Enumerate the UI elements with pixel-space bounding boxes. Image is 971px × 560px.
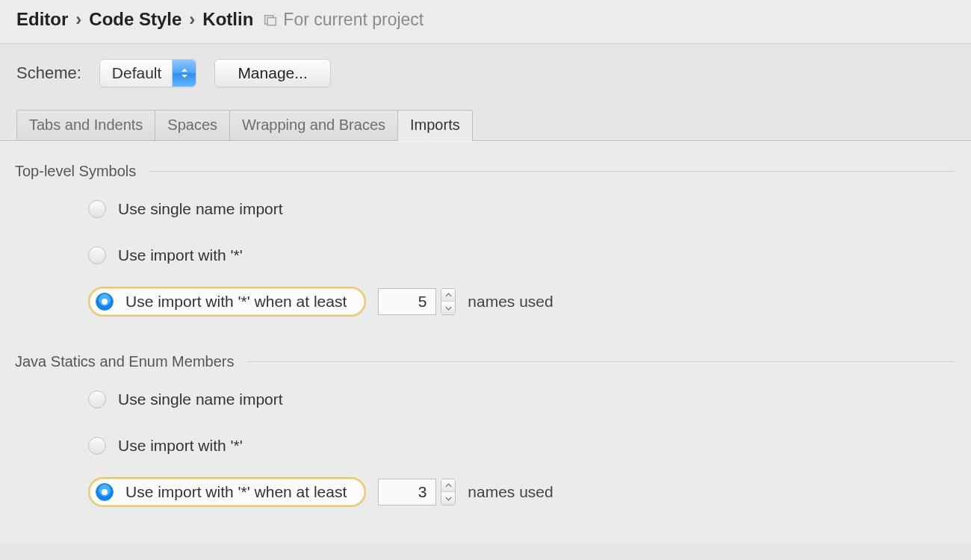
step-up-icon[interactable]	[441, 479, 455, 492]
breadcrumb-separator: ›	[72, 9, 84, 30]
step-down-icon[interactable]	[441, 302, 455, 314]
tab-wrapping-and-braces[interactable]: Wrapping and Braces	[229, 110, 398, 140]
project-scope-icon	[264, 10, 277, 30]
scheme-row: Scheme: Default Manage...	[0, 44, 971, 108]
breadcrumb: Editor › Code Style › Kotlin	[16, 9, 253, 30]
breadcrumb-editor[interactable]: Editor	[16, 9, 68, 30]
breadcrumb-separator: ›	[186, 9, 198, 30]
radio-icon	[88, 437, 106, 455]
group-java-statics: Java Statics and Enum Members	[15, 353, 955, 370]
tab-tabs-and-indents[interactable]: Tabs and Indents	[16, 110, 155, 140]
selected-radio-highlight[interactable]: Use import with '*' when at least	[88, 287, 366, 317]
opt-import-star-threshold: Use import with '*' when at least names …	[88, 475, 955, 509]
radio-icon	[88, 246, 106, 264]
breadcrumb-bar: Editor › Code Style › Kotlin For current…	[0, 0, 971, 44]
step-up-icon[interactable]	[441, 289, 455, 302]
stepper[interactable]	[441, 479, 456, 505]
top-level-options: Use single name import Use import with '…	[88, 192, 955, 319]
radio-selected-icon	[96, 483, 114, 501]
radio-icon	[88, 391, 106, 408]
breadcrumb-codestyle[interactable]: Code Style	[89, 9, 182, 30]
radio-icon	[88, 200, 106, 218]
opt-single-name-import[interactable]: Use single name import	[88, 382, 955, 417]
manage-button[interactable]: Manage...	[214, 59, 330, 87]
opt-import-star-threshold: Use import with '*' when at least names …	[88, 284, 955, 319]
threshold-suffix: names used	[468, 293, 553, 311]
threshold-count-input[interactable]	[378, 288, 436, 315]
java-statics-options: Use single name import Use import with '…	[88, 382, 955, 509]
scheme-label: Scheme:	[16, 63, 81, 83]
threshold-suffix: names used	[468, 483, 553, 501]
breadcrumb-kotlin: Kotlin	[202, 9, 253, 30]
opt-import-star[interactable]: Use import with '*'	[88, 429, 955, 463]
dropdown-caret-icon	[172, 60, 196, 87]
imports-panel: Top-level Symbols Use single name import…	[0, 141, 971, 544]
scheme-value: Default	[112, 64, 162, 82]
radio-selected-icon	[96, 293, 114, 311]
svg-rect-1	[267, 18, 276, 25]
project-scope-label: For current project	[283, 10, 424, 30]
opt-single-name-import[interactable]: Use single name import	[88, 192, 955, 226]
opt-import-star[interactable]: Use import with '*'	[88, 238, 955, 273]
group-top-level-symbols: Top-level Symbols	[15, 163, 955, 180]
stepper[interactable]	[441, 288, 456, 315]
tab-imports[interactable]: Imports	[397, 110, 473, 141]
step-down-icon[interactable]	[441, 492, 455, 505]
tab-spaces[interactable]: Spaces	[155, 110, 230, 140]
scheme-dropdown[interactable]: Default	[99, 59, 197, 87]
selected-radio-highlight[interactable]: Use import with '*' when at least	[88, 477, 366, 507]
threshold-count-input[interactable]	[378, 479, 436, 505]
tab-bar: Tabs and Indents Spaces Wrapping and Bra…	[0, 108, 971, 141]
